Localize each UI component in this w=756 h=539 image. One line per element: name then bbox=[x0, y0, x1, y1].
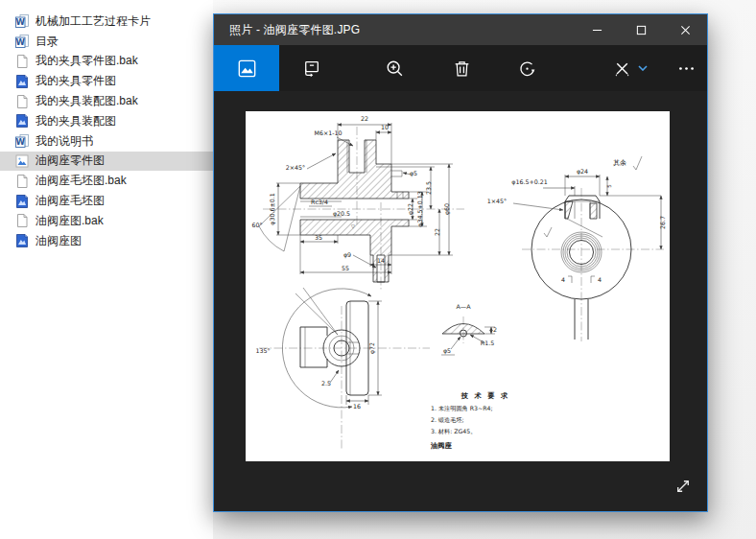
drawing-dimension-label: 22 bbox=[434, 228, 440, 236]
drawing-dimension-label: ▽ bbox=[351, 223, 355, 229]
file-name-label: 我的夹具零件图 bbox=[35, 73, 116, 89]
file-name-label: 目录 bbox=[35, 34, 59, 50]
bak-file-icon bbox=[14, 213, 30, 228]
file-list-item[interactable]: W机械加工工艺过程卡片 bbox=[0, 12, 213, 32]
tech-requirement-line: 2. 锻造毛坯; bbox=[431, 416, 464, 423]
file-name-label: 油阀座毛坯图.bak bbox=[35, 173, 127, 189]
minimize-icon bbox=[592, 25, 602, 35]
expand-icon bbox=[673, 476, 694, 497]
drawing-centerlines bbox=[259, 127, 664, 449]
drawing-dimension-label: 60° bbox=[251, 222, 262, 228]
word-doc-icon: W bbox=[14, 133, 30, 149]
drawing-dimension-label: Rc3/4 bbox=[311, 199, 328, 205]
drawing-dimension-label: 55 bbox=[342, 265, 349, 271]
drawing-dimension-label: 2.5 bbox=[321, 380, 331, 387]
file-name-label: 我的夹具装配图.bak bbox=[35, 93, 138, 109]
tech-requirement-line: 3. 材料: ZG45。 bbox=[431, 428, 476, 435]
file-list-item[interactable]: W我的说明书 bbox=[0, 131, 213, 152]
file-list-item[interactable]: 我的夹具装配图 bbox=[0, 111, 213, 131]
maximize-button[interactable] bbox=[619, 14, 663, 45]
drawing-dimension-label: A—A bbox=[457, 303, 472, 310]
bak-file-icon bbox=[14, 174, 30, 189]
chevron-down-icon bbox=[638, 65, 648, 71]
technical-drawing-image: 2210M6×1-102×45°φ30.6±0.160°Rc3/4φ20.5φ5… bbox=[246, 111, 670, 461]
part-name-label: 油阀座 bbox=[430, 441, 452, 450]
drawing-dimension-label: 2×45° bbox=[286, 164, 305, 171]
rotate-button[interactable] bbox=[504, 45, 550, 91]
file-list-item[interactable]: W目录 bbox=[0, 32, 213, 52]
svg-text:W: W bbox=[16, 18, 26, 28]
drawing-dimension-label: φ30.6±0.1 bbox=[269, 193, 276, 224]
file-list-item[interactable]: 我的夹具零件图.bak bbox=[0, 52, 213, 72]
drawing-dimension-label: 26.7 bbox=[659, 216, 666, 229]
file-list-item[interactable]: 油阀座毛坯图 bbox=[0, 191, 213, 211]
drawing-dimension-label: 4 bbox=[598, 276, 602, 283]
file-list-item[interactable]: 油阀座零件图 bbox=[0, 152, 213, 172]
drawing-dimension-label: φ5 bbox=[443, 347, 451, 355]
ellipsis-icon bbox=[676, 59, 697, 79]
photo-canvas[interactable]: 2210M6×1-102×45°φ30.6±0.160°Rc3/4φ20.5φ5… bbox=[246, 111, 670, 461]
drawing-dimension-label: φ60 bbox=[443, 203, 451, 215]
file-name-label: 油阀座图.bak bbox=[35, 213, 104, 229]
drawing-dimension-lines bbox=[276, 123, 661, 405]
drawing-dimension-label: 5 bbox=[606, 184, 612, 188]
delete-button[interactable] bbox=[438, 45, 484, 91]
drawing-dimension-label: 10 bbox=[381, 124, 389, 130]
zoom-button[interactable] bbox=[371, 45, 417, 91]
drawing-dimension-label: φ34.5+0.13 bbox=[416, 191, 424, 226]
drawing-dimension-label: 35 bbox=[315, 234, 322, 241]
drawing-dimension-label: φ20.5 bbox=[333, 210, 350, 218]
file-list-item[interactable]: 我的夹具装配图.bak bbox=[0, 91, 213, 111]
image-file-icon bbox=[14, 153, 30, 169]
file-list-item[interactable]: 我的夹具零件图 bbox=[0, 71, 213, 91]
window-title: 照片 - 油阀座零件图.JPG bbox=[214, 22, 575, 38]
minimize-button[interactable] bbox=[575, 14, 619, 45]
file-name-label: 油阀座毛坯图 bbox=[35, 193, 105, 209]
edit-pencils-icon bbox=[612, 59, 632, 79]
close-button[interactable] bbox=[663, 14, 707, 45]
slideshow-icon bbox=[301, 59, 321, 79]
word-doc-icon: W bbox=[14, 13, 30, 29]
drawing-dimension-label: φ16.5+0.21 bbox=[511, 178, 547, 186]
toolbar bbox=[214, 45, 707, 91]
see-more-button[interactable] bbox=[665, 45, 707, 91]
file-name-label: 油阀座图 bbox=[35, 233, 82, 249]
drawing-dimension-label: 4 bbox=[561, 276, 565, 283]
edit-and-create-button[interactable] bbox=[600, 45, 659, 91]
bak-file-icon bbox=[14, 54, 30, 69]
trash-icon bbox=[452, 59, 472, 79]
file-list-item[interactable]: 油阀座图 bbox=[0, 231, 213, 251]
file-list-item[interactable]: 油阀座图.bak bbox=[0, 211, 213, 231]
file-name-label: 我的夹具装配图 bbox=[35, 113, 116, 129]
file-name-label: 我的说明书 bbox=[35, 133, 93, 150]
slideshow-button[interactable] bbox=[288, 45, 334, 91]
bak-file-icon bbox=[14, 94, 30, 109]
drawing-dimension-label: 22 bbox=[361, 115, 368, 122]
photos-icon bbox=[237, 59, 257, 79]
drawing-dimension-label: 23.5 bbox=[425, 181, 432, 195]
fullscreen-button[interactable] bbox=[671, 475, 696, 500]
drawing-dimension-label: φ24 bbox=[577, 168, 588, 176]
drawing-dimension-label: 2 bbox=[493, 326, 497, 333]
drawing-dimension-label: 16 bbox=[353, 403, 361, 410]
see-all-photos-button[interactable] bbox=[214, 45, 279, 91]
drawing-dimension-label: φ72 bbox=[368, 342, 376, 354]
maximize-icon bbox=[636, 25, 647, 35]
file-list-item[interactable]: 油阀座毛坯图.bak bbox=[0, 171, 213, 191]
drawing-dimension-label: φ22 bbox=[407, 203, 414, 215]
drawing-dimension-label: 14 bbox=[377, 257, 385, 264]
titlebar[interactable]: 照片 - 油阀座零件图.JPG bbox=[214, 14, 707, 45]
close-icon bbox=[680, 25, 691, 35]
drawing-dimension-label: 1×45° bbox=[487, 198, 507, 204]
file-name-label: 油阀座零件图 bbox=[35, 152, 105, 169]
window-controls bbox=[575, 14, 707, 45]
zoom-in-icon bbox=[385, 59, 405, 79]
word-doc-icon: W bbox=[14, 34, 30, 49]
svg-text:W: W bbox=[16, 38, 26, 48]
file-name-label: 机械加工工艺过程卡片 bbox=[35, 13, 151, 30]
tech-requirement-line: 1. 未注明圆角 R3~R4; bbox=[431, 405, 493, 412]
rotate-icon bbox=[517, 59, 537, 79]
drawing-dimension-label: 其余 bbox=[613, 159, 626, 167]
drawing-dimension-label: M6×1-10 bbox=[314, 129, 342, 136]
drawing-view-side bbox=[282, 288, 371, 408]
